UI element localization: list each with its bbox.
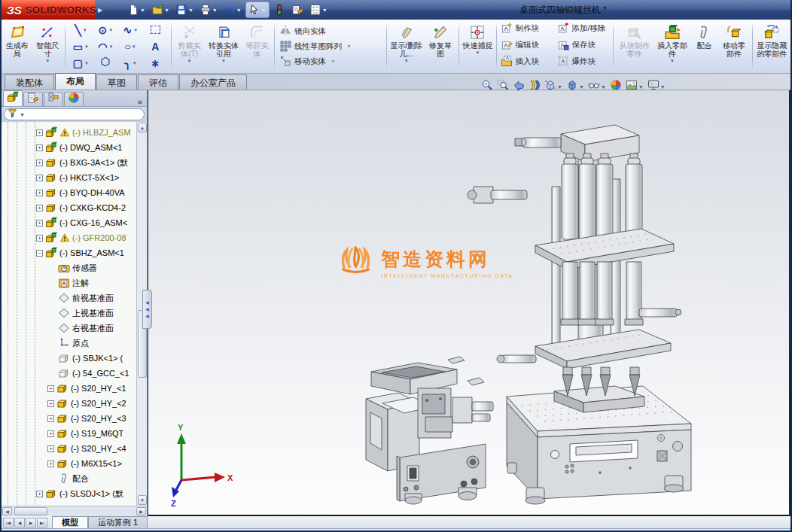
dropdown-caret[interactable]: ▼ <box>236 8 242 13</box>
tree-horizontal-scrollbar[interactable]: ◀ ▶ <box>2 506 147 516</box>
insert-block-button[interactable]: 插入块 <box>499 54 555 68</box>
scroll-left-arrow[interactable]: ◀ <box>2 507 12 515</box>
mirror-entities-button[interactable]: 镜向实体 <box>278 24 383 38</box>
mate-button[interactable]: 配合 <box>691 21 718 71</box>
make-part-from-block-button[interactable]: 从块制作零件 <box>615 21 653 71</box>
dropdown-caret[interactable]: ▼ <box>188 8 193 13</box>
tree-item[interactable]: +(-) GFR200-08 <box>2 230 136 245</box>
selection-filter-button[interactable] <box>271 2 288 17</box>
scroll-right-arrow[interactable]: ▶ <box>136 507 146 515</box>
tree-item[interactable]: +(-) BXG-3A<1> (默 <box>2 155 136 170</box>
tree-item[interactable]: +(-) S20_HY_<2 <box>2 396 136 411</box>
dropdown-caret[interactable]: ▼ <box>108 28 113 32</box>
tree-item[interactable]: 上视基准面 <box>2 306 136 321</box>
filter-dropdown-caret[interactable]: ▼ <box>20 112 25 117</box>
expand-toggle[interactable]: + <box>47 430 54 437</box>
expand-toggle[interactable]: + <box>36 190 43 196</box>
display-style-button[interactable]: ▼ <box>565 78 585 95</box>
linear-pattern-button[interactable]: 线性草图阵列▼ <box>278 39 383 53</box>
dropdown-caret[interactable]: ▼ <box>164 8 169 13</box>
expand-toggle[interactable]: + <box>47 400 54 407</box>
first-study-button[interactable]: |◀ <box>3 518 14 527</box>
command-tab[interactable]: 布局 <box>55 73 96 90</box>
slot-tool-button[interactable]: ▢▼ <box>69 55 93 71</box>
move-component-button[interactable]: 移动零部件 <box>717 21 750 71</box>
dropdown-caret[interactable]: ▼ <box>475 50 480 55</box>
open-document-button[interactable]: ▼ <box>149 2 172 17</box>
polygon-tool-button[interactable] <box>93 55 118 71</box>
fillet-tool-button[interactable]: ╮▼ <box>118 55 143 71</box>
display-delete-relations-button[interactable]: 显示/删除几... ▼ <box>388 21 424 71</box>
add-remove-block-button[interactable]: 添加/移除 <box>556 21 611 35</box>
tree-item[interactable]: +(-) DWQ_ASM<1 <box>2 140 136 155</box>
dropdown-caret[interactable]: ▼ <box>133 28 138 32</box>
show-hidden-components-button[interactable]: 显示隐藏的零部件 <box>754 21 790 71</box>
tree-item[interactable]: +(-) HKCT-5X<1> <box>2 170 136 185</box>
spline-tool-button[interactable]: ∿▼ <box>118 22 143 38</box>
dropdown-caret[interactable]: ▼ <box>638 84 644 90</box>
command-tab[interactable]: 评估 <box>138 74 178 90</box>
dropdown-caret[interactable]: ▼ <box>261 8 267 13</box>
zoom-area-button[interactable] <box>496 78 510 95</box>
tree-item[interactable]: +(-) M6X15<1> <box>2 456 136 471</box>
study-tab[interactable]: 运动算例 1 <box>88 516 148 528</box>
tree-item[interactable]: (-) SBJK<1> ( <box>2 351 136 366</box>
select-cursor-button[interactable]: ▼ <box>245 2 270 18</box>
tree-item[interactable]: 原点 <box>2 336 136 351</box>
dropdown-caret[interactable]: ▼ <box>404 59 409 63</box>
expand-toggle[interactable]: + <box>36 235 43 242</box>
create-layout-button[interactable]: 生成布局 <box>2 21 32 71</box>
configurationmanager-tab[interactable] <box>44 92 63 106</box>
tree-item[interactable]: (-) 54_GCC_<1 <box>2 366 136 381</box>
explode-block-button[interactable]: 爆炸块 <box>556 54 611 68</box>
expand-toggle[interactable]: + <box>36 175 43 181</box>
circle-tool-button[interactable]: ⊙▼ <box>93 22 118 38</box>
tree-item[interactable]: 传感器 <box>2 260 136 275</box>
cad-model-canvas[interactable]: Y X Z <box>148 90 789 516</box>
edit-block-button[interactable]: 编辑块 <box>499 38 555 52</box>
dropdown-caret[interactable]: ▼ <box>331 59 336 64</box>
previous-view-button[interactable] <box>512 78 525 95</box>
expand-toggle[interactable]: + <box>47 385 54 392</box>
print-document-button[interactable]: ▼ <box>197 2 220 17</box>
tree-item[interactable]: +(-) BYQ-DH-40VA <box>2 185 136 200</box>
dropdown-caret[interactable]: ▼ <box>670 59 675 63</box>
move-entities-button[interactable]: 移动实体▼ <box>278 54 383 68</box>
expand-toggle[interactable]: + <box>36 144 43 151</box>
quick-snaps-button[interactable]: 快速捕捉 ▼ <box>461 21 495 71</box>
command-tab[interactable]: 办公室产品 <box>179 74 247 90</box>
next-study-button[interactable]: ▶ <box>26 518 36 527</box>
previous-study-button[interactable]: ◀ <box>14 518 25 527</box>
dropdown-caret[interactable]: ▼ <box>557 84 562 90</box>
study-tab[interactable]: 模型 <box>52 516 88 528</box>
dropdown-caret[interactable]: ▼ <box>322 8 327 13</box>
displaymanager-tab[interactable] <box>64 92 84 106</box>
tree-filter-input[interactable]: ▼ <box>4 108 145 120</box>
save-block-button[interactable]: 保存块 <box>556 38 611 52</box>
new-document-button[interactable]: ▼ <box>125 2 148 17</box>
dropdown-caret[interactable]: ▼ <box>579 84 584 90</box>
dropdown-caret[interactable]: ▼ <box>133 61 137 65</box>
undo-button[interactable]: ▼ <box>221 2 244 17</box>
rectangle-tool-button[interactable]: ▭▼ <box>69 38 93 55</box>
section-view-button[interactable] <box>528 78 541 95</box>
zoom-fit-button[interactable] <box>480 78 494 95</box>
edit-appearance-button[interactable] <box>609 78 623 95</box>
view-settings-button[interactable]: ▼ <box>647 78 666 95</box>
dropdown-caret[interactable]: ▼ <box>221 59 226 63</box>
graphics-viewport[interactable]: 智造资料网 INTELLIGENT MANUFACTURING DATA <box>148 90 789 516</box>
properties-button[interactable] <box>289 2 306 17</box>
tree-item[interactable]: −(-) SBHZ_ASM<1 <box>2 245 136 260</box>
dropdown-caret[interactable]: ▼ <box>660 84 666 90</box>
expand-toggle[interactable]: − <box>36 250 43 257</box>
repair-sketch-button[interactable]: 修复草图 <box>424 21 456 71</box>
options-list-button[interactable]: ▼ <box>307 2 330 17</box>
convert-entities-button[interactable]: 转换实体引用 ▼ <box>206 21 241 71</box>
trim-entities-button[interactable]: 剪裁实体(T) ▼ <box>173 21 206 71</box>
tree-item[interactable]: +(-) CXG-16_ASM< <box>2 215 136 230</box>
text-tool-button[interactable]: A <box>143 38 168 55</box>
dropdown-caret[interactable]: ▼ <box>84 61 89 65</box>
dropdown-caret[interactable]: ▼ <box>109 44 114 49</box>
tree-item[interactable]: +(-) CXKG-KCD4-2 <box>2 200 136 215</box>
propertymanager-tab[interactable] <box>23 92 43 106</box>
